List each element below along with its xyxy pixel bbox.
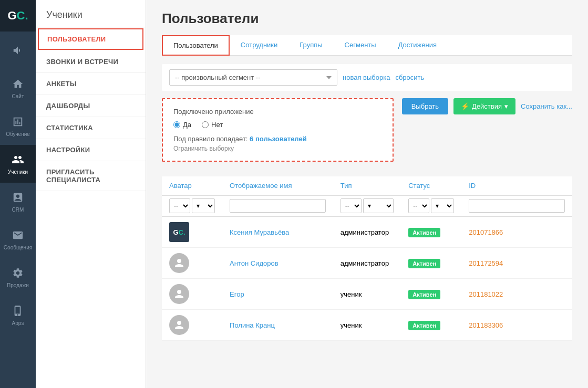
status-badge: Активен xyxy=(408,259,440,268)
user-link[interactable]: Ксения Муравьёва xyxy=(230,228,289,236)
sidebar-item-messages[interactable]: Сообщения xyxy=(0,221,36,258)
sidebar-item-students[interactable]: Ученики xyxy=(0,145,36,183)
nav-item-calls[interactable]: ЗВОНКИ И ВСТРЕЧИ xyxy=(36,51,146,73)
match-count-link[interactable]: 6 пользователей xyxy=(250,135,307,143)
id-cell: 201183306 xyxy=(461,310,572,341)
nav-menu-title: Ученики xyxy=(36,0,146,27)
mail-icon xyxy=(11,228,25,242)
avatar-cell xyxy=(162,248,222,279)
sidebar-item-crm[interactable]: CRM xyxy=(0,183,36,221)
status-badge: Активен xyxy=(408,290,440,299)
chevron-down-icon: ▾ xyxy=(504,102,508,110)
sidebar-label-messages: Сообщения xyxy=(4,245,32,250)
sidebar-label-sales: Продажи xyxy=(7,282,29,288)
type-cell: администратор xyxy=(333,216,401,248)
table-header-row: Аватар Отображаемое имя Тип Статус ID xyxy=(162,176,572,195)
user-link[interactable]: Антон Сидоров xyxy=(230,259,278,267)
user-link[interactable]: Егор xyxy=(230,290,244,298)
logo[interactable]: GC. xyxy=(0,0,36,32)
type-cell: ученик xyxy=(333,310,401,341)
bolt-icon: ⚡ xyxy=(461,102,469,110)
tab-users[interactable]: Пользователи xyxy=(162,35,230,56)
radio-no[interactable]: Нет xyxy=(202,121,223,129)
col-name: Отображаемое имя xyxy=(222,176,333,195)
tabs-bar: Пользователи Сотрудники Группы Сегменты … xyxy=(162,35,572,56)
status-cell: Активен xyxy=(401,279,461,310)
nav-item-invite[interactable]: ПРИГЛАСИТЬ СПЕЦИАЛИСТА xyxy=(36,161,146,191)
status-filter-cell: -- все -- ▾ xyxy=(401,195,461,216)
sidebar-label-learning: Обучение xyxy=(6,131,30,137)
filter-box: Подключено приложение Да Нет Под правило… xyxy=(162,98,394,162)
nav-item-users[interactable]: ПОЛЬЗОВАТЕЛИ xyxy=(38,28,143,50)
select-button[interactable]: Выбрать xyxy=(402,98,448,114)
sidebar-label-apps: Apps xyxy=(12,320,24,326)
status-filter-select[interactable]: -- все -- xyxy=(408,198,429,213)
id-filter-cell xyxy=(461,195,572,216)
name-filter-input[interactable] xyxy=(230,199,326,213)
mobile-icon xyxy=(11,304,25,318)
tab-achievements[interactable]: Достижения xyxy=(387,35,448,55)
limit-selection-link[interactable]: Ограничить выборку xyxy=(173,145,382,152)
avatar-cell xyxy=(162,279,222,310)
reset-link[interactable]: сбросить xyxy=(395,74,424,81)
nav-item-dashboards[interactable]: ДАШБОРДЫ xyxy=(36,95,146,117)
id-cell: 201181022 xyxy=(461,279,572,310)
id-filter-input[interactable] xyxy=(469,199,565,213)
nav-menu: Ученики ПОЛЬЗОВАТЕЛИ ЗВОНКИ И ВСТРЕЧИ АН… xyxy=(36,0,146,388)
table-row: GC. Ксения Муравьёва администратор Актив… xyxy=(162,216,572,248)
match-count: Под правило попадает: 6 пользователей xyxy=(173,135,382,143)
status-cell: Активен xyxy=(401,310,461,341)
avatar: GC. xyxy=(169,222,189,242)
name-filter-cell xyxy=(222,195,333,216)
avatar-filter-select2[interactable]: ▾ xyxy=(192,198,215,213)
avatar xyxy=(169,284,189,304)
avatar-cell xyxy=(162,310,222,341)
user-link[interactable]: Полина Кранц xyxy=(230,321,275,329)
table-filter-row: -- ▾ -- все -- ▾ -- все -- ▾ xyxy=(162,195,572,216)
status-badge: Активен xyxy=(408,228,440,237)
speaker-icon xyxy=(11,44,25,57)
type-filter-select[interactable]: -- все -- xyxy=(341,198,362,213)
sidebar-label-students: Ученики xyxy=(8,169,28,175)
radio-yes[interactable]: Да xyxy=(173,121,191,129)
tab-segments[interactable]: Сегменты xyxy=(334,35,387,55)
avatar-filter-cell: -- ▾ xyxy=(162,195,222,216)
sidebar-label-site: Сайт xyxy=(12,93,24,99)
tab-employees[interactable]: Сотрудники xyxy=(230,35,288,55)
type-filter-select2[interactable]: ▾ xyxy=(363,198,394,213)
type-cell: администратор xyxy=(333,248,401,279)
actions-button[interactable]: ⚡ Действия ▾ xyxy=(453,98,515,114)
sidebar-item-apps[interactable]: Apps xyxy=(0,296,36,334)
nav-item-settings[interactable]: НАСТРОЙКИ xyxy=(36,139,146,161)
radio-yes-label: Да xyxy=(183,121,191,129)
status-filter-select2[interactable]: ▾ xyxy=(431,198,454,213)
col-type: Тип xyxy=(333,176,401,195)
sidebar-item-learning[interactable]: Обучение xyxy=(0,107,36,145)
table-row: Полина Кранц ученик Активен 201183306 xyxy=(162,310,572,341)
sidebar-item-sound[interactable] xyxy=(0,32,36,69)
status-badge: Активен xyxy=(408,321,440,330)
avatar-filter-select[interactable]: -- xyxy=(169,198,190,213)
tab-groups[interactable]: Группы xyxy=(288,35,333,55)
type-cell: ученик xyxy=(333,279,401,310)
new-selection-link[interactable]: новая выборка xyxy=(343,74,390,81)
sidebar-item-site[interactable]: Сайт xyxy=(0,69,36,107)
avatar xyxy=(169,315,189,335)
radio-no-label: Нет xyxy=(211,121,223,129)
sidebar-item-sales[interactable]: Продажи xyxy=(0,258,36,296)
home-icon xyxy=(11,77,25,91)
main-content: Пользователи Пользователи Сотрудники Гру… xyxy=(146,0,588,388)
page-title: Пользователи xyxy=(162,11,572,27)
id-cell: 201172594 xyxy=(461,248,572,279)
nav-item-surveys[interactable]: АНКЕТЫ xyxy=(36,73,146,95)
col-status: Статус xyxy=(401,176,461,195)
filter-title: Подключено приложение xyxy=(173,108,382,116)
avatar-cell: GC. xyxy=(162,216,222,248)
col-id: ID xyxy=(461,176,572,195)
icon-rail: GC. Сайт Обучение Ученики CRM xyxy=(0,0,36,388)
segment-select[interactable]: -- произвольный сегмент -- xyxy=(169,69,337,86)
crm-icon xyxy=(11,191,25,204)
segment-row: -- произвольный сегмент -- новая выборка… xyxy=(162,64,572,91)
nav-item-stats[interactable]: СТАТИСТИКА xyxy=(36,117,146,139)
save-as-button[interactable]: Сохранить как... xyxy=(521,102,572,110)
